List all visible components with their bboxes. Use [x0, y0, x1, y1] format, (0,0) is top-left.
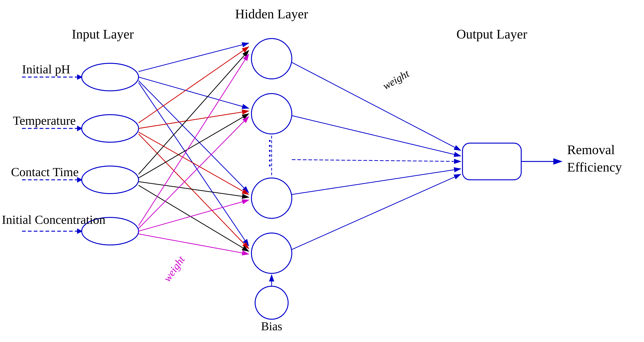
output-node	[462, 143, 521, 180]
hidden-node-2	[252, 94, 292, 134]
input-node-1	[82, 63, 138, 91]
hidden-node-4	[252, 178, 292, 218]
input-label-2: Temperature	[13, 114, 76, 128]
hidden-layer-label: Hidden Layer	[235, 6, 308, 21]
output-layer-label: Output Layer	[456, 27, 527, 42]
input-label-3: Contact Time	[11, 165, 78, 179]
hidden-node-5	[252, 233, 292, 274]
bias-label: Bias	[261, 320, 282, 333]
output-label-2: Efficiency	[567, 160, 622, 174]
input-layer-label: Input Layer	[72, 27, 134, 42]
output-label: Removal	[567, 142, 615, 157]
hidden-node-1	[252, 38, 292, 79]
input-node-2	[82, 115, 138, 142]
input-label-1: Initial pH	[22, 62, 70, 76]
svg-text:⋮: ⋮	[262, 152, 277, 168]
bias-node	[255, 286, 288, 319]
input-label-4: Initial Concentration	[2, 213, 106, 226]
input-node-3	[82, 166, 138, 194]
svg-text:⋮: ⋮	[262, 138, 277, 154]
